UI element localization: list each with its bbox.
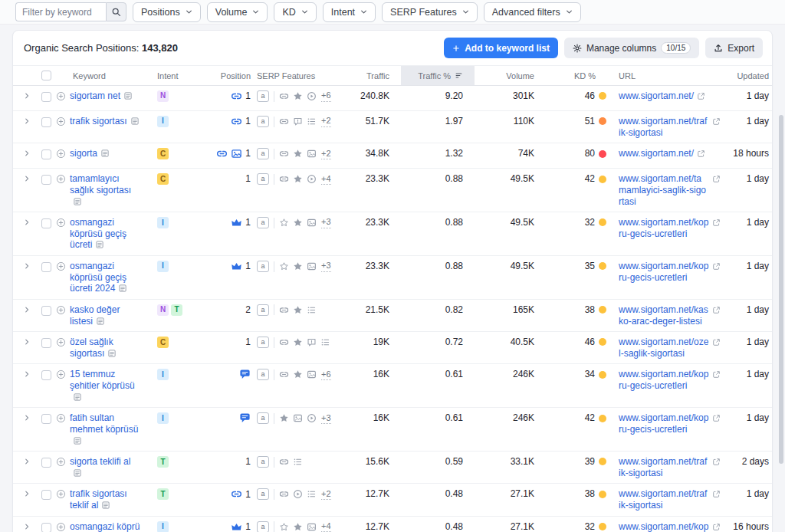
row-checkbox[interactable] xyxy=(41,306,51,316)
expand-row-chevron[interactable] xyxy=(18,261,36,270)
serp-snapshot-icon[interactable]: a xyxy=(257,521,269,532)
add-keyword-icon[interactable] xyxy=(56,413,66,423)
url-link[interactable]: www.sigortam.net/kopru-gecis-ucretleri xyxy=(619,261,709,283)
url-link[interactable]: www.sigortam.net/trafik-sigortasi xyxy=(619,116,709,138)
column-header-updated[interactable]: Updated xyxy=(728,66,772,85)
row-checkbox[interactable] xyxy=(41,523,51,532)
column-header-volume[interactable]: Volume xyxy=(475,66,542,85)
serp-page-icon[interactable] xyxy=(95,240,104,249)
keyword-link[interactable]: kasko değer listesi xyxy=(70,304,143,327)
column-header-serp-features[interactable]: SERP Features xyxy=(257,66,340,85)
keyword-link[interactable]: osmangazi köprüsü geçiş ücreti xyxy=(70,217,143,251)
column-header-kd[interactable]: KD % xyxy=(542,66,613,85)
external-link-icon[interactable] xyxy=(712,117,721,126)
row-checkbox[interactable] xyxy=(41,490,51,500)
expand-row-chevron[interactable] xyxy=(18,488,36,498)
add-keyword-icon[interactable] xyxy=(56,489,66,499)
external-link-icon[interactable] xyxy=(712,262,721,271)
url-link[interactable]: www.sigortam.net/ xyxy=(619,148,694,159)
url-link[interactable]: www.sigortam.net/kopru-gecis-ucretleri xyxy=(619,521,709,532)
vertical-scrollbar[interactable] xyxy=(779,115,783,464)
serp-snapshot-icon[interactable]: a xyxy=(257,369,269,380)
row-checkbox[interactable] xyxy=(41,218,51,228)
external-link-icon[interactable] xyxy=(712,414,721,422)
add-to-keyword-list-button[interactable]: Add to keyword list xyxy=(444,38,558,58)
search-button[interactable] xyxy=(106,2,126,21)
serp-page-icon[interactable] xyxy=(101,501,110,510)
add-keyword-icon[interactable] xyxy=(56,305,66,315)
url-link[interactable]: www.sigortam.net/ozel-saglik-sigortasi xyxy=(619,337,709,359)
serp-more-link[interactable]: +6 xyxy=(321,369,331,380)
add-keyword-icon[interactable] xyxy=(56,337,66,347)
add-keyword-icon[interactable] xyxy=(56,149,66,159)
expand-row-chevron[interactable] xyxy=(18,304,36,314)
row-checkbox[interactable] xyxy=(41,262,51,272)
url-link[interactable]: www.sigortam.net/kopru-gecis-ucretleri xyxy=(619,369,709,391)
keyword-link[interactable]: trafik sigortası xyxy=(70,116,140,127)
serp-snapshot-icon[interactable]: a xyxy=(257,90,269,102)
expand-row-chevron[interactable] xyxy=(18,337,36,346)
url-link[interactable]: www.sigortam.net/kasko-arac-deger-listes… xyxy=(619,304,709,327)
serp-snapshot-icon[interactable]: a xyxy=(257,337,269,348)
serp-more-link[interactable]: +3 xyxy=(321,413,331,424)
keyword-link[interactable]: sigorta teklifi al xyxy=(70,456,143,478)
add-keyword-icon[interactable] xyxy=(56,261,66,271)
url-link[interactable]: www.sigortam.net/tamamlayici-saglik-sigo… xyxy=(619,173,709,207)
external-link-icon[interactable] xyxy=(712,370,721,379)
serp-snapshot-icon[interactable]: a xyxy=(257,261,269,272)
keyword-link[interactable]: tamamlayıcı sağlık sigortası xyxy=(70,173,143,207)
serp-snapshot-icon[interactable]: a xyxy=(257,488,269,500)
serp-more-link[interactable]: +2 xyxy=(321,116,331,126)
serp-snapshot-icon[interactable]: a xyxy=(257,217,269,228)
serp-page-icon[interactable] xyxy=(73,197,82,206)
row-checkbox[interactable] xyxy=(41,414,51,424)
expand-row-chevron[interactable] xyxy=(18,521,36,530)
column-header-traffic[interactable]: Traffic xyxy=(340,66,401,85)
row-checkbox[interactable] xyxy=(41,370,51,380)
column-header-intent[interactable]: Intent xyxy=(157,66,197,85)
serp-snapshot-icon[interactable]: a xyxy=(257,116,269,127)
url-link[interactable]: www.sigortam.net/kopru-gecis-ucretleri xyxy=(619,412,709,435)
external-link-icon[interactable] xyxy=(712,306,721,314)
serp-more-link[interactable]: +2 xyxy=(321,149,331,159)
serp-more-link[interactable]: +6 xyxy=(321,90,331,101)
filter-dropdown-volume[interactable]: Volume xyxy=(207,2,268,22)
serp-page-icon[interactable] xyxy=(96,317,105,326)
external-link-icon[interactable] xyxy=(697,92,705,100)
serp-page-icon[interactable] xyxy=(73,392,82,402)
external-link-icon[interactable] xyxy=(697,149,705,158)
serp-more-link[interactable]: +2 xyxy=(321,489,331,500)
external-link-icon[interactable] xyxy=(712,490,721,498)
serp-page-icon[interactable] xyxy=(123,91,133,100)
column-header-keyword[interactable]: Keyword xyxy=(56,66,157,85)
serp-page-icon[interactable] xyxy=(100,149,110,158)
url-link[interactable]: www.sigortam.net/kopru-gecis-ucretleri xyxy=(619,217,709,239)
row-checkbox[interactable] xyxy=(41,117,51,127)
expand-row-chevron[interactable] xyxy=(18,90,36,100)
serp-more-link[interactable]: +4 xyxy=(321,521,331,532)
external-link-icon[interactable] xyxy=(712,338,721,346)
external-link-icon[interactable] xyxy=(712,458,721,466)
row-checkbox[interactable] xyxy=(41,149,51,159)
serp-snapshot-icon[interactable]: a xyxy=(257,304,269,316)
serp-page-icon[interactable] xyxy=(73,436,82,445)
expand-row-chevron[interactable] xyxy=(18,369,36,378)
expand-row-chevron[interactable] xyxy=(18,116,36,125)
external-link-icon[interactable] xyxy=(712,218,721,227)
keyword-link[interactable]: osmangazi köprüsü geçiş ücreti 2024 xyxy=(70,261,143,294)
filter-dropdown-positions[interactable]: Positions xyxy=(133,2,201,22)
serp-more-link[interactable]: +4 xyxy=(321,174,331,185)
keyword-link[interactable]: özel sağlık sigortası xyxy=(70,337,143,359)
serp-snapshot-icon[interactable]: a xyxy=(257,173,269,185)
row-checkbox[interactable] xyxy=(41,338,51,348)
filter-dropdown-serp-features[interactable]: SERP Features xyxy=(382,2,478,22)
url-link[interactable]: www.sigortam.net/ xyxy=(619,90,694,102)
keyword-filter-input[interactable] xyxy=(15,2,106,21)
serp-more-link[interactable]: +3 xyxy=(321,217,331,228)
keyword-link[interactable]: trafik sigortası teklif al xyxy=(70,488,143,511)
serp-page-icon[interactable] xyxy=(118,284,127,293)
external-link-icon[interactable] xyxy=(712,523,721,531)
add-keyword-icon[interactable] xyxy=(56,218,66,228)
export-button[interactable]: Export xyxy=(705,38,763,58)
serp-snapshot-icon[interactable]: a xyxy=(257,412,269,424)
